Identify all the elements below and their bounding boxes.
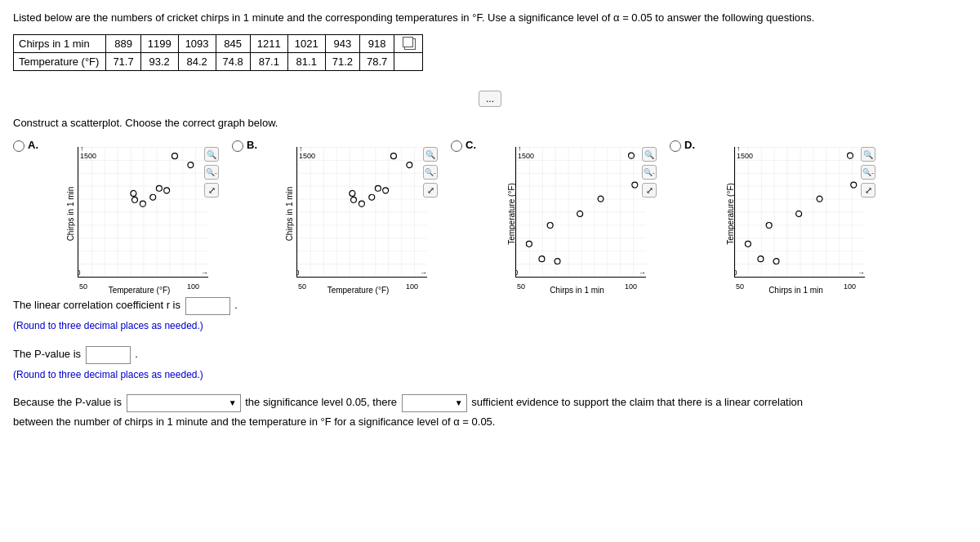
chirp-1: 1199: [140, 34, 178, 53]
zoom-in-A[interactable]: 🔍: [204, 147, 219, 162]
scatter-plot-B: 0 → ↑ 1500: [296, 147, 427, 278]
x-tick-100-B: 100: [406, 282, 418, 291]
x-tick-50-D: 50: [736, 282, 744, 291]
zoom-icons-C: 🔍 🔍- ⤢: [642, 147, 657, 198]
zoom-external-B[interactable]: ⤢: [423, 183, 438, 198]
chirp-2: 1093: [178, 34, 216, 53]
final-text: between the number of chirps in 1 minute…: [13, 415, 495, 428]
zoom-out-B[interactable]: 🔍-: [423, 165, 438, 180]
significance-text: the significance level 0.05, there: [245, 396, 397, 408]
zoom-in-D[interactable]: 🔍: [861, 147, 875, 162]
graph-option-D: D. Temperature (°F) 0 → ↑: [670, 139, 858, 280]
svg-rect-26: [516, 147, 646, 277]
temp-3: 74.8: [216, 53, 250, 71]
graph-wrapper-D: Temperature (°F) 0 → ↑ 1500: [734, 147, 858, 280]
x-axis-label-D: Chirps in 1 min: [768, 286, 823, 295]
radio-B[interactable]: [232, 140, 243, 152]
svg-text:1500: 1500: [80, 152, 96, 160]
zoom-out-A[interactable]: 🔍-: [204, 165, 219, 180]
pvalue-hint: (Round to three decimal places as needed…: [13, 365, 967, 384]
svg-text:1500: 1500: [518, 152, 534, 160]
svg-text:→: →: [639, 269, 646, 277]
y-axis-label-A: Chirps in 1 min: [66, 186, 75, 241]
zoom-in-B[interactable]: 🔍: [423, 147, 438, 162]
x-axis-label-A: Temperature (°F): [109, 286, 171, 295]
label-D: D.: [684, 139, 695, 151]
x-tick-100-A: 100: [187, 282, 199, 291]
chirp-0: 889: [106, 34, 140, 53]
y-axis-label-C: Temperature (°F): [507, 183, 516, 245]
because-label: Because the P-value is: [13, 396, 122, 408]
zoom-external-D[interactable]: ⤢: [861, 183, 875, 198]
chirps-label: Chirps in 1 min: [14, 34, 106, 53]
svg-text:→: →: [201, 269, 208, 277]
chirp-3: 845: [216, 34, 250, 53]
zoom-out-C[interactable]: 🔍-: [642, 165, 657, 180]
y-axis-label-B: Chirps in 1 min: [285, 186, 294, 241]
period2: .: [135, 348, 138, 360]
label-A: A.: [28, 139, 38, 151]
dropdown-arrow: ▼: [229, 396, 237, 411]
bottom-section: The linear correlation coefficient r is …: [13, 295, 967, 431]
pvalue-line: The P-value is . (Round to three decimal…: [13, 344, 967, 384]
zoom-out-D[interactable]: 🔍-: [861, 165, 875, 180]
pvalue-input[interactable]: [86, 346, 131, 364]
svg-text:0: 0: [296, 269, 300, 277]
x-tick-100-C: 100: [625, 282, 637, 291]
svg-rect-13: [297, 147, 427, 277]
table-row-temps: Temperature (°F) 71.7 93.2 84.2 74.8 87.…: [14, 53, 423, 71]
zoom-icons-D: 🔍 🔍- ⤢: [861, 147, 875, 198]
y-axis-label-D: Temperature (°F): [726, 183, 735, 245]
temp-2: 84.2: [178, 53, 216, 71]
graph-container-A: Chirps in 1 min: [42, 139, 201, 280]
x-tick-50-A: 50: [79, 282, 87, 291]
ellipsis-button[interactable]: ...: [479, 91, 501, 107]
correlation-label: The linear correlation coefficient r is: [13, 299, 180, 311]
scatter-plot-C: 0 → ↑ 1500: [515, 147, 646, 278]
graph-container-D: Temperature (°F) 0 → ↑ 1500: [698, 139, 858, 280]
copy-icon[interactable]: [404, 38, 416, 50]
ellipsis-row: ...: [13, 86, 967, 112]
graphs-row: A. Chirps in 1 min: [13, 139, 967, 280]
pvalue-label: The P-value is: [13, 348, 81, 360]
radio-D[interactable]: [670, 140, 681, 152]
evidence-text: sufficient evidence to support the claim…: [471, 396, 803, 408]
graph-option-A: A. Chirps in 1 min: [13, 139, 201, 280]
svg-text:→: →: [858, 269, 865, 277]
svg-text:1500: 1500: [737, 152, 753, 160]
correlation-hint: (Round to three decimal places as needed…: [13, 316, 967, 335]
graph-container-C: Temperature (°F): [479, 139, 639, 280]
correlation-input[interactable]: [185, 297, 230, 315]
x-tick-100-D: 100: [844, 282, 856, 291]
scatter-title: Construct a scatterplot. Choose the corr…: [13, 117, 967, 129]
temp-5: 81.1: [287, 53, 325, 71]
x-tick-50-C: 50: [517, 282, 525, 291]
because-line: Because the P-value is ▼ the significanc…: [13, 393, 967, 431]
svg-rect-0: [78, 147, 208, 277]
temp-4: 87.1: [250, 53, 287, 71]
radio-label-C: C.: [451, 139, 476, 152]
temp-label: Temperature (°F): [14, 53, 106, 71]
data-table: Chirps in 1 min 889 1199 1093 845 1211 1…: [13, 34, 423, 72]
evidence-arrow: ▼: [455, 396, 463, 411]
graph-option-C: C. Temperature (°F): [451, 139, 639, 280]
graph-wrapper-A: Chirps in 1 min: [78, 147, 201, 280]
x-tick-50-B: 50: [298, 282, 306, 291]
zoom-icons-B: 🔍 🔍- ⤢: [423, 147, 438, 198]
x-axis-label-C: Chirps in 1 min: [550, 286, 604, 295]
graph-wrapper-B: Chirps in 1 min 0 → ↑ 1500: [296, 147, 420, 280]
evidence-dropdown[interactable]: ▼: [402, 394, 467, 412]
scatter-plot-A: 0 → ↑ 1500: [78, 147, 208, 278]
zoom-icons-A: 🔍 🔍- ⤢: [204, 147, 219, 198]
zoom-external-C[interactable]: ⤢: [642, 183, 657, 198]
chirp-4: 1211: [250, 34, 287, 53]
zoom-in-C[interactable]: 🔍: [642, 147, 657, 162]
intro-text: Listed below are the numbers of cricket …: [13, 10, 967, 26]
zoom-external-A[interactable]: ⤢: [204, 183, 219, 198]
pvalue-comparison-dropdown[interactable]: ▼: [127, 394, 241, 412]
svg-text:0: 0: [515, 269, 519, 277]
radio-A[interactable]: [13, 140, 24, 152]
radio-C[interactable]: [451, 140, 462, 152]
chirp-7: 918: [360, 34, 394, 53]
radio-label-D: D.: [670, 139, 695, 152]
